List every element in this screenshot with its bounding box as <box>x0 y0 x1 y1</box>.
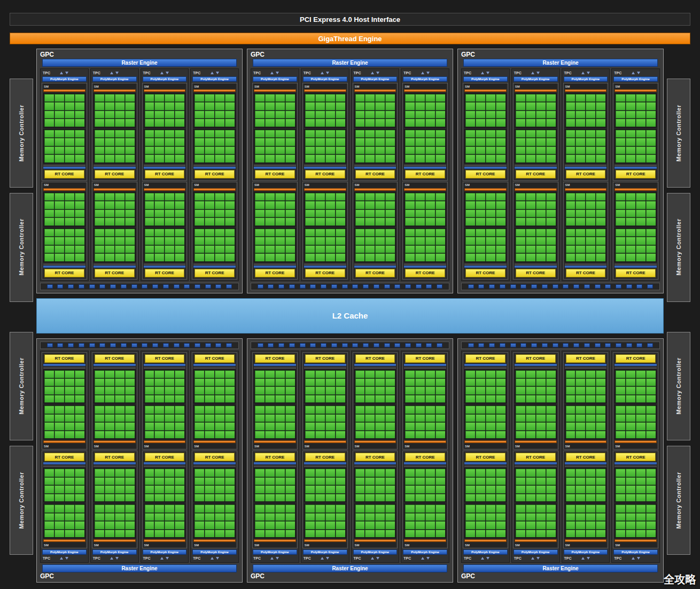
cuda-core-cell <box>636 218 645 225</box>
cuda-core-cell <box>225 130 235 137</box>
cuda-core-cell <box>275 370 285 378</box>
cuda-core-cell <box>125 505 135 512</box>
cuda-core-cell <box>536 477 546 485</box>
cuda-core-cell <box>305 422 315 430</box>
texture-cache-bar <box>404 266 446 268</box>
cuda-core-cell <box>596 210 605 217</box>
cuda-core-cell <box>435 370 445 378</box>
cuda-core-cell <box>575 395 585 402</box>
cuda-core-cell <box>305 201 315 208</box>
cuda-core-cell <box>415 521 425 529</box>
cuda-core-cell <box>145 477 154 485</box>
cuda-core-cell <box>275 477 285 485</box>
cuda-core-cell <box>496 201 505 208</box>
cuda-core-cell <box>546 119 556 126</box>
cuda-core-cell <box>336 193 345 200</box>
cuda-core-cell <box>385 138 395 145</box>
cuda-core-cell <box>596 119 605 126</box>
tpc-block: TPCPolyMorph EngineSMRT CORESMRT CORE <box>351 351 400 563</box>
cuda-core-cell <box>145 469 154 476</box>
cuda-core-cell <box>626 111 635 118</box>
cuda-core-cell <box>175 378 184 386</box>
cuda-core-cell <box>55 505 64 512</box>
tpc-label: TPC <box>464 71 471 75</box>
texture-cache-bar <box>464 167 507 169</box>
cuda-core-cell <box>546 485 556 493</box>
cuda-core-cell <box>536 395 546 402</box>
cuda-core-cell <box>626 406 635 413</box>
l1-cache-bar <box>615 165 657 166</box>
cuda-core-cell <box>255 431 265 438</box>
cuda-core-cell <box>175 253 184 261</box>
sm-label: SM <box>305 544 309 547</box>
cuda-core-cell <box>44 111 54 118</box>
sm-label: SM <box>254 544 259 547</box>
cuda-core-cell <box>365 513 375 521</box>
cuda-core-cell <box>195 477 204 485</box>
cuda-core-cell <box>95 477 104 485</box>
cuda-core-cell <box>75 193 84 200</box>
cuda-core-cell <box>526 395 535 402</box>
cuda-core-cell <box>385 210 395 217</box>
texture-cache-bar <box>464 462 507 464</box>
cuda-core-cell <box>486 119 495 126</box>
cuda-core-cell <box>496 229 505 236</box>
texture-cache-bar <box>615 364 657 366</box>
texture-unit-cell <box>342 284 348 289</box>
rt-core-bar: RT CORE <box>465 453 505 461</box>
cuda-core-cell <box>586 102 595 110</box>
cuda-core-cell <box>265 469 275 476</box>
rt-core-bar: RT CORE <box>195 170 235 179</box>
cuda-core-cell <box>75 521 84 529</box>
sm-block: SMRT CORE <box>42 182 87 280</box>
cuda-core-cell <box>195 414 204 422</box>
tpc-arrows-icon <box>421 557 430 560</box>
tpc-block: TPCPolyMorph EngineSMRT CORESMRT CORE <box>562 68 610 281</box>
cuda-core-cell <box>405 485 415 493</box>
texture-unit-cell <box>363 343 369 347</box>
texture-unit-cell <box>616 284 621 289</box>
cuda-core-grid <box>193 405 236 439</box>
cuda-core-cell <box>586 210 595 217</box>
cuda-core-cell <box>315 395 325 402</box>
texture-unit-cell <box>553 343 558 347</box>
cuda-core-cell <box>154 469 164 476</box>
cuda-core-cell <box>405 201 415 208</box>
warp-scheduler-bar <box>94 89 136 92</box>
cuda-core-cell <box>154 485 164 493</box>
cuda-core-cell <box>375 146 385 154</box>
sm-header: SM <box>304 84 346 89</box>
cuda-core-cell <box>336 505 345 512</box>
cuda-core-cell <box>596 431 605 438</box>
cuda-core-cell <box>145 201 154 208</box>
sm-block: SMRT CORE <box>563 83 609 181</box>
cuda-core-cell <box>405 406 415 413</box>
warp-scheduler-bar <box>515 440 557 443</box>
cuda-core-cell <box>255 414 265 422</box>
arrow-up-icon <box>581 557 585 560</box>
cuda-core-cell <box>65 130 74 137</box>
cuda-core-cell <box>536 521 546 529</box>
cuda-core-cell <box>375 530 385 537</box>
cuda-core-cell <box>526 414 535 422</box>
cuda-core-cell <box>336 94 345 102</box>
cuda-core-cell <box>486 237 495 244</box>
cuda-core-cell <box>55 431 64 438</box>
texture-cache-bar <box>304 462 346 464</box>
cuda-core-cell <box>536 386 546 394</box>
cuda-core-cell <box>95 146 104 154</box>
cuda-core-cell <box>165 130 174 137</box>
cuda-core-cell <box>145 237 154 244</box>
cuda-core-cell <box>435 245 445 253</box>
cuda-core-cell <box>546 505 556 512</box>
cuda-core-cell <box>325 513 335 521</box>
cuda-core-grid <box>354 93 396 128</box>
cuda-core-grid <box>304 503 346 538</box>
cuda-core-cell <box>405 193 415 200</box>
cuda-core-cell <box>425 395 435 402</box>
cuda-core-cell <box>325 530 335 537</box>
cuda-core-cell <box>566 378 575 386</box>
cuda-core-cell <box>154 494 164 501</box>
cuda-core-cell <box>516 477 525 485</box>
rt-core-bar: RT CORE <box>305 453 345 461</box>
